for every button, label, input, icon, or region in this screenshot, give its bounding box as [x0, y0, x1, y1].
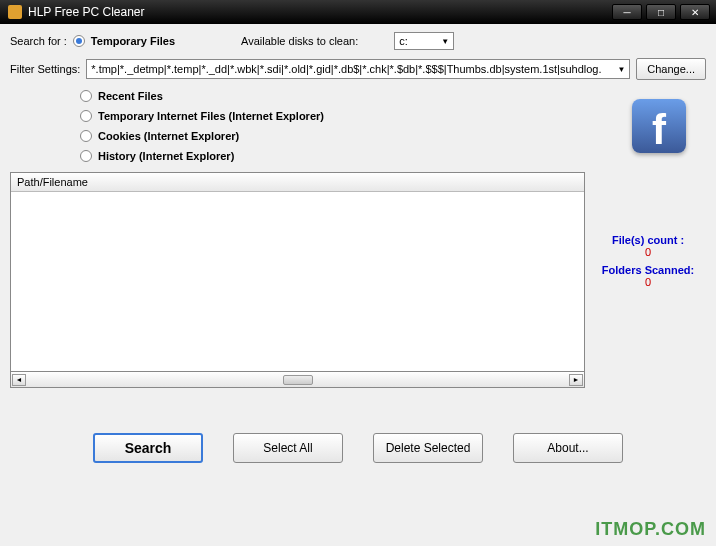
filter-row: Filter Settings: *.tmp|*._detmp|*.temp|*… — [10, 58, 706, 80]
minimize-button[interactable]: ─ — [612, 4, 642, 20]
change-button[interactable]: Change... — [636, 58, 706, 80]
history-radio[interactable] — [80, 150, 92, 162]
scroll-right-icon[interactable]: ► — [569, 374, 583, 386]
filter-value: *.tmp|*._detmp|*.temp|*._dd|*.wbk|*.sdi|… — [91, 63, 601, 75]
watermark: ITMOP.COM — [595, 519, 706, 540]
chevron-down-icon: ▼ — [617, 65, 625, 74]
recent-files-radio[interactable] — [80, 90, 92, 102]
available-disks-label: Available disks to clean: — [241, 35, 358, 47]
files-count-value: 0 — [593, 246, 703, 258]
main-area: Path/Filename ◄ ► File(s) count : 0 Fold… — [10, 172, 706, 388]
option-cookies: Cookies (Internet Explorer) — [80, 130, 706, 142]
window-title: HLP Free PC Cleaner — [28, 5, 612, 19]
select-all-button[interactable]: Select All — [233, 433, 343, 463]
cookies-radio[interactable] — [80, 130, 92, 142]
horizontal-scrollbar[interactable]: ◄ ► — [10, 372, 585, 388]
folders-scanned-label: Folders Scanned: — [593, 264, 703, 276]
titlebar: HLP Free PC Cleaner ─ □ ✕ — [0, 0, 716, 24]
disk-select[interactable]: c: ▼ — [394, 32, 454, 50]
search-button[interactable]: Search — [93, 433, 203, 463]
window-controls: ─ □ ✕ — [612, 4, 716, 20]
temporary-files-radio[interactable] — [73, 35, 85, 47]
option-label: History (Internet Explorer) — [98, 150, 234, 162]
option-history: History (Internet Explorer) — [80, 150, 706, 162]
maximize-button[interactable]: □ — [646, 4, 676, 20]
files-count-label: File(s) count : — [593, 234, 703, 246]
close-button[interactable]: ✕ — [680, 4, 710, 20]
search-for-label: Search for : — [10, 35, 67, 47]
option-label: Temporary Internet Files (Internet Explo… — [98, 110, 324, 122]
stats-panel: File(s) count : 0 Folders Scanned: 0 — [593, 172, 703, 388]
delete-selected-button[interactable]: Delete Selected — [373, 433, 483, 463]
search-for-row: Search for : Temporary Files Available d… — [10, 32, 706, 50]
scroll-thumb[interactable] — [283, 375, 313, 385]
results-table-wrap: Path/Filename ◄ ► — [10, 172, 585, 388]
temp-internet-files-radio[interactable] — [80, 110, 92, 122]
filter-label: Filter Settings: — [10, 63, 80, 75]
option-temp-internet-files: Temporary Internet Files (Internet Explo… — [80, 110, 706, 122]
app-icon — [8, 5, 22, 19]
temporary-files-label: Temporary Files — [91, 35, 175, 47]
button-bar: Search Select All Delete Selected About.… — [10, 433, 706, 463]
table-header-path[interactable]: Path/Filename — [11, 173, 584, 192]
filter-combobox[interactable]: *.tmp|*._detmp|*.temp|*._dd|*.wbk|*.sdi|… — [86, 59, 630, 79]
content-area: Search for : Temporary Files Available d… — [0, 24, 716, 546]
folders-scanned-value: 0 — [593, 276, 703, 288]
option-label: Cookies (Internet Explorer) — [98, 130, 239, 142]
option-label: Recent Files — [98, 90, 163, 102]
disk-selected-value: c: — [399, 35, 408, 47]
chevron-down-icon: ▼ — [441, 37, 449, 46]
option-recent-files: Recent Files — [80, 90, 706, 102]
options-group: Recent Files Temporary Internet Files (I… — [80, 90, 706, 162]
about-button[interactable]: About... — [513, 433, 623, 463]
results-table[interactable]: Path/Filename — [10, 172, 585, 372]
scroll-left-icon[interactable]: ◄ — [12, 374, 26, 386]
facebook-icon[interactable]: f — [632, 99, 686, 153]
